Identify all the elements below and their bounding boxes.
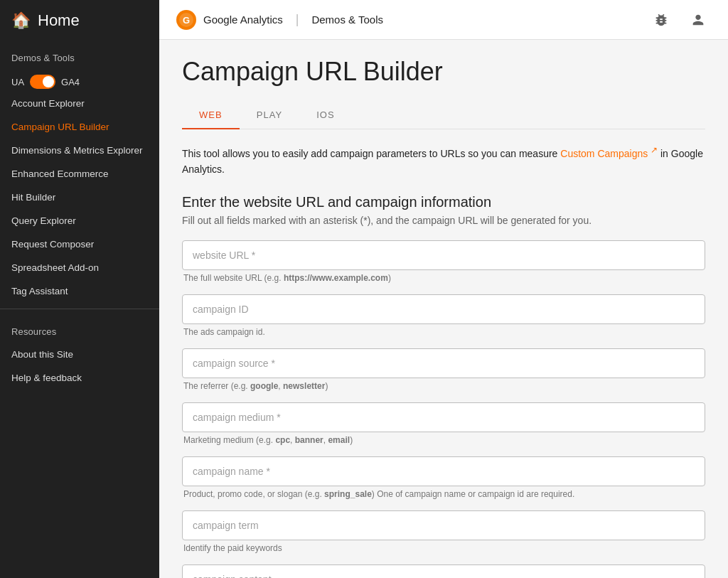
- website-url-hint: The full website URL (e.g. https://www.e…: [182, 273, 705, 283]
- form-section-title: Enter the website URL and campaign infor…: [182, 194, 705, 210]
- website-url-field: The full website URL (e.g. https://www.e…: [182, 240, 705, 283]
- campaign-medium-hint: Marketing medium (e.g. cpc, banner, emai…: [182, 435, 705, 445]
- campaign-medium-input[interactable]: [182, 402, 705, 432]
- user-account-button[interactable]: [685, 7, 711, 33]
- sidebar-item-dimensions-metrics[interactable]: Dimensions & Metrics Explorer: [0, 139, 159, 162]
- home-icon: 🏠: [11, 11, 31, 30]
- page-title: Campaign URL Builder: [182, 57, 705, 87]
- header-brand-name: Google Analytics: [203, 14, 283, 26]
- sidebar-item-tag-assistant[interactable]: Tag Assistant: [0, 279, 159, 303]
- website-url-input[interactable]: [182, 240, 705, 270]
- campaign-term-input[interactable]: [182, 510, 705, 540]
- campaign-source-input[interactable]: [182, 348, 705, 378]
- demos-tools-section-title: Demos & Tools: [0, 41, 159, 69]
- sidebar-divider: [0, 309, 159, 309]
- campaign-name-input[interactable]: [182, 456, 705, 486]
- external-link-icon: ↗: [651, 145, 658, 155]
- tab-bar: WEB PLAY IOS: [182, 101, 705, 129]
- home-label: Home: [38, 11, 80, 30]
- bug-icon: [653, 12, 669, 28]
- sidebar-item-about[interactable]: About this Site: [0, 343, 159, 366]
- resources-section-title: Resources: [0, 315, 159, 343]
- form-section-subtitle: Fill out all fields marked with an aster…: [182, 215, 705, 226]
- header-icons: [648, 7, 711, 33]
- campaign-id-input[interactable]: [182, 294, 705, 324]
- tab-ios[interactable]: IOS: [299, 101, 352, 129]
- description-text-start: This tool allows you to easily add campa…: [182, 148, 560, 159]
- header-divider: |: [296, 12, 299, 27]
- header: G Google Analytics | Demos & Tools: [159, 0, 728, 40]
- campaign-term-field: Identify the paid keywords: [182, 510, 705, 553]
- campaign-source-field: The referrer (e.g. google, newsletter): [182, 348, 705, 391]
- campaign-id-field: The ads campaign id.: [182, 294, 705, 337]
- home-link[interactable]: 🏠 Home: [0, 0, 159, 41]
- ua-ga4-toggle[interactable]: [30, 75, 55, 89]
- campaign-name-field: Product, promo code, or slogan (e.g. spr…: [182, 456, 705, 499]
- content-area: Campaign URL Builder WEB PLAY IOS This t…: [159, 40, 728, 578]
- tab-play[interactable]: PLAY: [240, 101, 299, 129]
- svg-text:G: G: [183, 15, 190, 26]
- sidebar-item-spreadsheet-add-on[interactable]: Spreadsheet Add-on: [0, 256, 159, 279]
- sidebar-item-account-explorer[interactable]: Account Explorer: [0, 92, 159, 115]
- sidebar-item-query-explorer[interactable]: Query Explorer: [0, 209, 159, 232]
- sidebar: 🏠 Home Demos & Tools UA GA4 Account Expl…: [0, 0, 159, 578]
- ua-ga4-toggle-row: UA GA4: [0, 69, 159, 92]
- ua-label: UA: [11, 77, 24, 87]
- campaign-id-hint: The ads campaign id.: [182, 327, 705, 337]
- header-logo: G Google Analytics | Demos & Tools: [176, 10, 648, 30]
- campaign-name-hint: Product, promo code, or slogan (e.g. spr…: [182, 489, 705, 499]
- bug-report-button[interactable]: [648, 7, 674, 33]
- sidebar-item-campaign-url-builder[interactable]: Campaign URL Builder: [0, 115, 159, 139]
- campaign-term-hint: Identify the paid keywords: [182, 543, 705, 553]
- campaign-content-input[interactable]: [182, 564, 705, 578]
- header-site-name: Demos & Tools: [311, 14, 383, 26]
- main-content: G Google Analytics | Demos & Tools Campa…: [159, 0, 728, 578]
- tab-web[interactable]: WEB: [182, 101, 240, 129]
- person-icon: [690, 12, 706, 28]
- custom-campaigns-link[interactable]: Custom Campaigns ↗: [560, 148, 658, 159]
- campaign-medium-field: Marketing medium (e.g. cpc, banner, emai…: [182, 402, 705, 445]
- ga-logo: G: [176, 10, 196, 30]
- ga4-label: GA4: [61, 77, 80, 87]
- campaign-source-hint: The referrer (e.g. google, newsletter): [182, 381, 705, 391]
- sidebar-item-enhanced-ecommerce[interactable]: Enhanced Ecommerce: [0, 162, 159, 186]
- sidebar-item-help[interactable]: Help & feedback: [0, 366, 159, 390]
- sidebar-item-hit-builder[interactable]: Hit Builder: [0, 186, 159, 209]
- campaign-content-field: Use to differentiate ads: [182, 564, 705, 578]
- sidebar-item-request-composer[interactable]: Request Composer: [0, 232, 159, 256]
- tool-description: This tool allows you to easily add campa…: [182, 144, 705, 177]
